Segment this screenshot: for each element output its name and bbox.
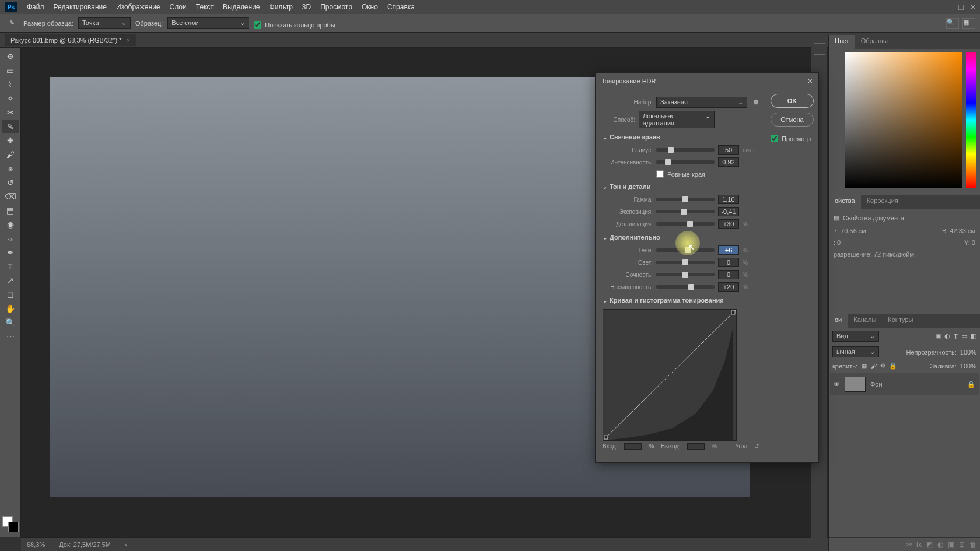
menu-view[interactable]: Просмотр bbox=[316, 3, 357, 11]
layer-row[interactable]: 👁 Фон 🔒 bbox=[830, 373, 979, 395]
doc-size-readout[interactable]: Док: 27,5M/27,5M bbox=[59, 541, 111, 548]
window-minimize[interactable]: — bbox=[943, 2, 951, 12]
filter-pixels-icon[interactable]: ▣ bbox=[935, 332, 941, 340]
history-brush-tool[interactable]: ↺ bbox=[2, 176, 19, 189]
menu-image[interactable]: Изображение bbox=[111, 3, 165, 11]
layer-name[interactable]: Фон bbox=[870, 381, 883, 388]
section-tone-detail[interactable]: Тон и детали bbox=[603, 181, 759, 192]
adjustment-icon[interactable]: ◐ bbox=[937, 541, 943, 549]
gear-icon[interactable]: ⚙ bbox=[753, 99, 759, 106]
curve-input-value[interactable] bbox=[624, 443, 642, 450]
wand-tool[interactable]: ✧ bbox=[2, 92, 19, 105]
lock-transparent-icon[interactable]: ▦ bbox=[861, 362, 867, 370]
zoom-readout[interactable]: 68,3% bbox=[27, 541, 45, 548]
link-icon[interactable]: ⚯ bbox=[906, 541, 912, 549]
cancel-button[interactable]: Отмена bbox=[771, 113, 814, 127]
blend-mode-select[interactable]: ычная⌄ bbox=[832, 346, 879, 357]
menu-type[interactable]: Текст bbox=[191, 3, 218, 11]
tone-slider-0[interactable] bbox=[656, 198, 715, 201]
heal-tool[interactable]: ✚ bbox=[2, 134, 19, 147]
filter-shape-icon[interactable]: ▭ bbox=[961, 332, 967, 340]
new-layer-icon[interactable]: ⊞ bbox=[959, 541, 965, 549]
lock-position-icon[interactable]: ✥ bbox=[880, 362, 886, 370]
dodge-tool[interactable]: ☼ bbox=[2, 232, 19, 245]
path-tool[interactable]: ↗ bbox=[2, 274, 19, 287]
menu-edit[interactable]: Редактирование bbox=[49, 3, 111, 11]
close-tab-icon[interactable]: × bbox=[126, 37, 130, 44]
document-tab[interactable]: Ракурс 001.bmp @ 68,3% (RGB/32*) * × bbox=[5, 34, 136, 46]
lock-pixels-icon[interactable]: 🖌 bbox=[870, 363, 877, 370]
tab-swatches[interactable]: Образцы bbox=[855, 35, 894, 49]
smooth-edges-checkbox[interactable]: Ровные края bbox=[656, 170, 759, 178]
edge-slider-1[interactable] bbox=[656, 160, 715, 164]
adv-slider-1[interactable] bbox=[656, 261, 715, 264]
mask-icon[interactable]: ◩ bbox=[926, 541, 933, 549]
section-curve[interactable]: Кривая и гистограмма тонирования bbox=[603, 295, 759, 306]
preset-select[interactable]: Заказная⌄ bbox=[656, 97, 747, 108]
menu-select[interactable]: Выделение bbox=[218, 3, 265, 11]
layer-kind-select[interactable]: Вид⌄ bbox=[832, 331, 879, 342]
filter-adjust-icon[interactable]: ◐ bbox=[944, 332, 950, 340]
opacity-value[interactable]: 100% bbox=[960, 349, 977, 356]
window-maximize[interactable]: □ bbox=[958, 2, 963, 12]
edge-value-0[interactable]: 50 bbox=[718, 145, 739, 155]
filter-smart-icon[interactable]: ◧ bbox=[971, 332, 977, 340]
search-icon[interactable]: 🔍 bbox=[946, 18, 959, 29]
move-tool[interactable]: ✥ bbox=[2, 50, 19, 63]
window-close[interactable]: × bbox=[971, 2, 975, 12]
zoom-tool[interactable]: 🔍 bbox=[2, 316, 19, 329]
tab-layers[interactable]: ои bbox=[829, 314, 848, 328]
visibility-icon[interactable]: 👁 bbox=[834, 381, 840, 388]
adv-value-3[interactable]: +20 bbox=[718, 282, 739, 292]
status-chevron-icon[interactable]: › bbox=[125, 541, 127, 548]
show-ring-checkbox[interactable]: Показать кольцо пробы bbox=[254, 21, 335, 29]
tone-value-1[interactable]: -0,41 bbox=[718, 207, 739, 216]
color-field[interactable] bbox=[845, 52, 962, 188]
adv-value-1[interactable]: 0 bbox=[718, 258, 739, 267]
eraser-tool[interactable]: ⌫ bbox=[2, 190, 19, 203]
tone-value-0[interactable]: 1,10 bbox=[718, 195, 739, 204]
adv-value-2[interactable]: 0 bbox=[718, 270, 739, 279]
type-tool[interactable]: T bbox=[2, 260, 19, 273]
method-select[interactable]: Локальная адаптация⌄ bbox=[639, 111, 715, 128]
workspace-icon[interactable]: ▦ bbox=[963, 18, 975, 29]
tone-value-2[interactable]: +30 bbox=[718, 219, 739, 229]
blur-tool[interactable]: ◉ bbox=[2, 218, 19, 231]
edge-slider-0[interactable] bbox=[656, 148, 715, 152]
tone-slider-2[interactable] bbox=[656, 222, 715, 226]
hand-tool[interactable]: ✋ bbox=[2, 302, 19, 315]
delete-icon[interactable]: 🗑 bbox=[970, 541, 977, 549]
eyedropper-icon[interactable]: ✎ bbox=[5, 17, 19, 29]
menu-file[interactable]: Файл bbox=[22, 3, 49, 11]
menu-window[interactable]: Окно bbox=[357, 3, 383, 11]
fx-icon[interactable]: fx bbox=[916, 541, 922, 549]
adv-slider-2[interactable] bbox=[656, 273, 715, 276]
gradient-tool[interactable]: ▤ bbox=[2, 204, 19, 217]
tab-adjustments[interactable]: Коррекция bbox=[861, 195, 904, 209]
tab-channels[interactable]: Каналы bbox=[848, 314, 882, 328]
lock-all-icon[interactable]: 🔒 bbox=[889, 362, 897, 370]
adv-value-0[interactable]: +6 bbox=[718, 245, 739, 255]
crop-tool[interactable]: ✂ bbox=[2, 106, 19, 119]
menu-help[interactable]: Справка bbox=[383, 3, 419, 11]
group-icon[interactable]: ▣ bbox=[948, 541, 954, 549]
fill-value[interactable]: 100% bbox=[960, 363, 977, 370]
ok-button[interactable]: OK bbox=[771, 94, 814, 108]
hue-slider[interactable] bbox=[966, 52, 977, 188]
color-swatch[interactable] bbox=[2, 516, 19, 532]
tab-properties[interactable]: ойства bbox=[829, 195, 861, 209]
adv-slider-0[interactable] bbox=[656, 248, 715, 252]
adv-slider-3[interactable] bbox=[656, 285, 715, 289]
marquee-tool[interactable]: ▭ bbox=[2, 64, 19, 77]
stamp-tool[interactable]: ⎈ bbox=[2, 162, 19, 175]
menu-3d[interactable]: 3D bbox=[298, 3, 316, 11]
layer-thumbnail[interactable] bbox=[845, 377, 866, 392]
edit-toolbar[interactable]: ⋯ bbox=[2, 330, 19, 343]
filter-type-icon[interactable]: T bbox=[954, 333, 958, 340]
section-edge-glow[interactable]: Свечение краев bbox=[603, 132, 759, 142]
menu-filter[interactable]: Фильтр bbox=[265, 3, 298, 11]
menu-layers[interactable]: Слои bbox=[165, 3, 191, 11]
tab-color[interactable]: Цвет bbox=[829, 35, 855, 49]
pen-tool[interactable]: ✒ bbox=[2, 246, 19, 259]
shape-tool[interactable]: ◻ bbox=[2, 288, 19, 301]
